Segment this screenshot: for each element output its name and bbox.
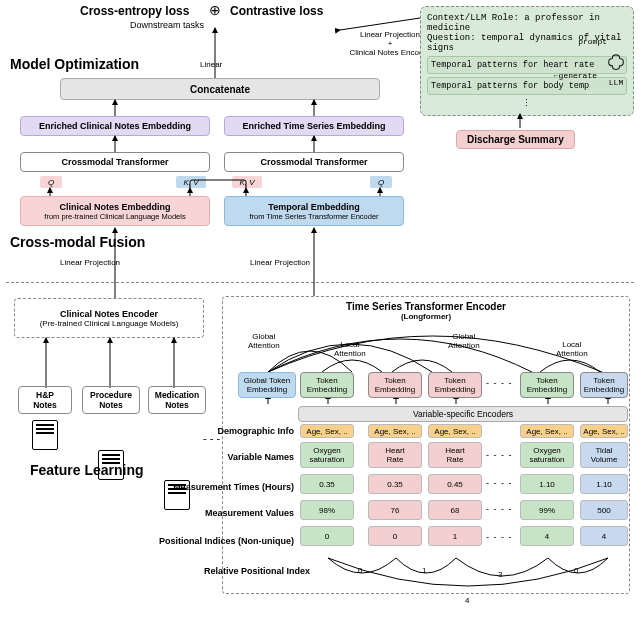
linproj-mid: Linear Projection <box>250 258 310 267</box>
ts-encoder-sub: (Longformer) <box>229 312 623 321</box>
demo-0: Age, Sex, .. <box>300 424 354 438</box>
col-dots-1: - - - - <box>486 450 513 460</box>
notes-embed-box: Clinical Notes Embedding from pre-traine… <box>20 196 210 226</box>
proc-notes-box: Procedure Notes <box>82 386 140 414</box>
row-label-1: Variable Names <box>144 452 294 462</box>
svg-line-1 <box>340 18 420 30</box>
col-dots-2: - - - - <box>486 478 513 488</box>
ellipsis: ⋮ <box>427 98 627 109</box>
notes-encoder-title: Clinical Notes Encoder <box>60 309 158 319</box>
val-3: 99% <box>520 500 574 520</box>
global-token-box: Global Token Embedding <box>238 372 296 398</box>
kv-right: K, V <box>232 176 262 188</box>
row-label-2: Measurement Times (Hours) <box>144 482 294 492</box>
demo-4: Age, Sex, .. <box>580 424 628 438</box>
time-2: 0.45 <box>428 474 482 494</box>
global-attn-label-l: Global Attention <box>248 332 280 350</box>
plus-icon: ⊕ <box>209 2 221 18</box>
val-4: 500 <box>580 500 628 520</box>
prompt-label: prompt <box>578 37 607 46</box>
notes-embed-title: Clinical Notes Embedding <box>59 202 170 212</box>
concatenate-box: Concatenate <box>60 78 380 100</box>
kv-left: K, V <box>176 176 206 188</box>
token-box-4: Token Embedding <box>520 372 574 398</box>
val-2: 68 <box>428 500 482 520</box>
enriched-notes-box: Enriched Clinical Notes Embedding <box>20 116 210 136</box>
prompt-ctx: Context/LLM Role: a professor in medicin… <box>427 13 627 33</box>
rel-1: 1 <box>422 566 426 575</box>
token-box-2: Token Embedding <box>368 372 422 398</box>
var-0: Oxygen saturation <box>300 442 354 468</box>
prompt-box-2: Temporal patterns for body temp <box>427 77 627 95</box>
med-notes-box: Medication Notes <box>148 386 206 414</box>
rel-0: 0 <box>358 566 362 575</box>
crossmodal-fusion-title: Cross-modal Fusion <box>10 234 145 250</box>
time-1: 0.35 <box>368 474 422 494</box>
crossmodal-left: Crossmodal Transformer <box>20 152 210 172</box>
linproj-left: Linear Projection <box>60 258 120 267</box>
divider-line <box>6 282 634 283</box>
temp-embed-box: Temporal Embedding from Time Series Tran… <box>224 196 404 226</box>
pos-1: 0 <box>368 526 422 546</box>
col-dots-0: - - - - <box>486 378 513 388</box>
notes-encoder-sub: (Pre-trained Clinical Language Models) <box>40 319 179 328</box>
var-4: Tidal Volume <box>580 442 628 468</box>
feature-learning-title: Feature Learning <box>30 462 144 478</box>
rel-total: 4 <box>465 596 469 605</box>
var-2: Heart Rate <box>428 442 482 468</box>
generate-label: ←generate <box>554 71 597 80</box>
ts-encoder-title: Time Series Transformer Encoder <box>229 301 623 312</box>
q-right: Q <box>370 176 392 188</box>
var-3: Oxygen saturation <box>520 442 574 468</box>
llm-icon: LLM <box>603 53 629 87</box>
col-dots-3: - - - - <box>486 504 513 514</box>
pos-3: 4 <box>520 526 574 546</box>
col-dots-4: - - - - <box>486 532 513 542</box>
downstream-label: Downstream tasks <box>130 20 204 30</box>
llm-label: LLM <box>603 78 629 87</box>
prompt-box-1: Temporal patterns for heart rate <box>427 56 627 74</box>
prompt-panel: Context/LLM Role: a professor in medicin… <box>420 6 634 116</box>
temp-embed-title: Temporal Embedding <box>268 202 359 212</box>
local-attn-label-2: Local Attention <box>556 340 588 358</box>
row-label-0: Demographic Info <box>144 426 294 436</box>
global-attn-label-r: Global Attention <box>448 332 480 350</box>
token-box-3: Token Embedding <box>428 372 482 398</box>
crossmodal-right: Crossmodal Transformer <box>224 152 404 172</box>
enriched-ts-box: Enriched Time Series Embedding <box>224 116 404 136</box>
rel-3: 0 <box>574 566 578 575</box>
val-0: 98% <box>300 500 354 520</box>
demo-2: Age, Sex, .. <box>428 424 482 438</box>
linear-label: Linear <box>200 60 222 69</box>
local-attn-label-1: Local Attention <box>334 340 366 358</box>
notes-encoder-box: Clinical Notes Encoder (Pre-trained Clin… <box>14 298 204 338</box>
row-label-4: Positional Indices (Non-unique) <box>134 536 294 546</box>
var-1: Heart Rate <box>368 442 422 468</box>
q-left: Q <box>40 176 62 188</box>
notes-embed-sub: from pre-trained Clinical Language Model… <box>44 212 185 221</box>
hp-notes-box: H&P Notes <box>18 386 72 414</box>
cross-entropy-label: Cross-entropy loss <box>80 4 189 18</box>
time-0: 0.35 <box>300 474 354 494</box>
pos-0: 0 <box>300 526 354 546</box>
time-3: 1.10 <box>520 474 574 494</box>
contrastive-label: Contrastive loss <box>230 4 323 18</box>
token-box-5: Token Embedding <box>580 372 628 398</box>
demo-1: Age, Sex, .. <box>368 424 422 438</box>
pos-2: 1 <box>428 526 482 546</box>
var-encoders-box: Variable-specific Encoders <box>298 406 628 422</box>
pos-4: 4 <box>580 526 628 546</box>
row-label-3: Measurement Values <box>144 508 294 518</box>
row-label-5: Relative Positional Index <box>160 566 310 576</box>
rel-2: 3 <box>498 570 502 579</box>
temp-embed-sub: from Time Series Transformer Encoder <box>249 212 378 221</box>
discharge-summary: Discharge Summary <box>456 130 575 149</box>
demo-3: Age, Sex, .. <box>520 424 574 438</box>
doc-icon-1 <box>32 420 58 450</box>
token-box-1: Token Embedding <box>300 372 354 398</box>
model-opt-title: Model Optimization <box>10 56 139 72</box>
time-4: 1.10 <box>580 474 628 494</box>
val-1: 76 <box>368 500 422 520</box>
